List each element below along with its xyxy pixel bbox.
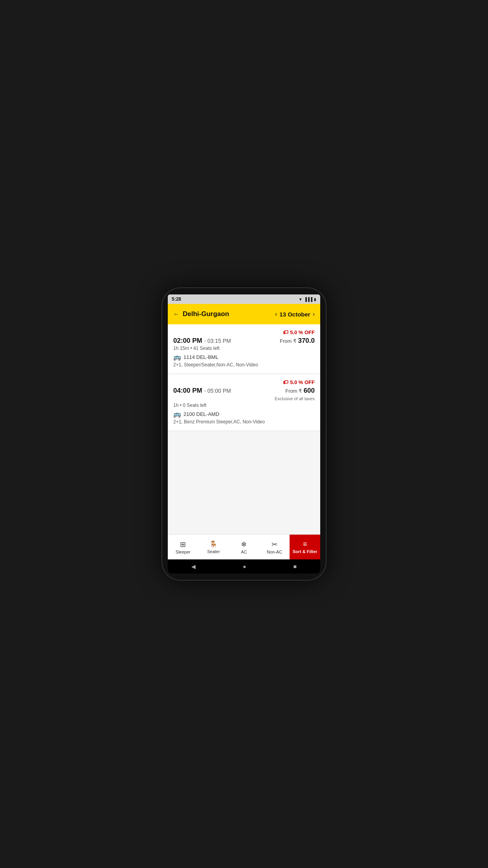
seats-1: 0 Seats left (183, 403, 206, 408)
discount-badge-0: 🏷 5.0 % OFF (283, 329, 315, 335)
time-price-row-1: 04:00 PM - 05:00 PM From ₹ 600 Exclusive… (173, 387, 315, 402)
bus-number-row-1: 🚌 2100 DEL-AMD (173, 410, 315, 418)
sort-filter-label: Sort & Filter (293, 549, 317, 554)
sleeper-icon: ⊞ (180, 540, 186, 549)
android-recents-button[interactable]: ■ (294, 563, 297, 570)
nonac-icon: ✂ (272, 540, 277, 549)
next-date-button[interactable]: › (313, 311, 315, 318)
status-time: 5:28 (172, 296, 181, 302)
price-amount-0: 370.0 (298, 337, 315, 344)
seats-0: 41 Seats left (193, 346, 220, 351)
duration-seats-1: 1h • 0 Seats left (173, 403, 315, 408)
price-from-0: From ₹ (280, 338, 296, 344)
arrival-separator-0: - (204, 338, 207, 344)
arrival-separator-1: - (204, 388, 207, 394)
discount-text-1: 5.0 % OFF (290, 379, 315, 385)
bus-type-0: 2+1, Sleeper/Seater,Non-AC, Non-Video (173, 362, 315, 368)
discount-badge-1: 🏷 5.0 % OFF (283, 379, 315, 385)
header-left: ← Delhi-Gurgaon (173, 310, 229, 318)
seater-icon: 🪑 (209, 540, 218, 548)
status-bar: 5:28 ▼ ▐▐▐ ▮ (168, 294, 320, 304)
time-block-1: 04:00 PM - 05:00 PM (173, 387, 231, 395)
nav-sort-filter[interactable]: ≡ Sort & Filter (290, 535, 320, 559)
price-block-1: From ₹ 600 Exclusive of all taxes (275, 387, 315, 402)
nav-ac[interactable]: ❄ AC (229, 535, 259, 559)
dot-separator-0: • (190, 346, 193, 351)
bus-icon-1: 🚌 (173, 410, 181, 418)
nav-nonac[interactable]: ✂ Non-AC (259, 535, 290, 559)
tag-icon-0: 🏷 (283, 329, 288, 335)
header-right: ‹ 13 October › (275, 311, 315, 318)
android-back-button[interactable]: ◀ (191, 563, 196, 570)
bus-number-1: 2100 DEL-AMD (183, 411, 219, 417)
back-button[interactable]: ← (173, 311, 180, 318)
departure-time-0: 02:00 PM (173, 337, 202, 344)
sleeper-label: Sleeper (176, 550, 191, 554)
current-date: 13 October (279, 311, 310, 318)
bottom-nav: ⊞ Sleeper 🪑 Seater ❄ AC ✂ Non-AC ≡ Sort … (168, 534, 320, 559)
route-title: Delhi-Gurgaon (183, 310, 229, 318)
duration-seats-0: 1h 15m • 41 Seats left (173, 346, 315, 351)
price-amount-1: 600 (304, 387, 315, 394)
price-tax-1: Exclusive of all taxes (275, 396, 315, 401)
seater-label: Seater (207, 549, 220, 554)
wifi-icon: ▼ (299, 297, 303, 302)
ac-label: AC (241, 550, 247, 554)
android-home-button[interactable]: ● (243, 563, 246, 570)
time-block-0: 02:00 PM - 03:15 PM (173, 337, 231, 345)
tag-icon-1: 🏷 (283, 379, 288, 385)
discount-row-0: 🏷 5.0 % OFF (173, 329, 315, 335)
time-price-row-0: 02:00 PM - 03:15 PM From ₹ 370.0 (173, 337, 315, 345)
bus-list: 🏷 5.0 % OFF 02:00 PM - 03:15 PM From ₹ 3… (168, 324, 320, 534)
bus-type-1: 2+1, Benz Premium Sleeper,AC, Non-Video (173, 419, 315, 425)
app-header: ← Delhi-Gurgaon ‹ 13 October › (168, 304, 320, 324)
phone-shell: 5:28 ▼ ▐▐▐ ▮ ← Delhi-Gurgaon ‹ 13 Octobe… (161, 287, 327, 581)
battery-icon: ▮ (314, 297, 316, 302)
bus-card-0[interactable]: 🏷 5.0 % OFF 02:00 PM - 03:15 PM From ₹ 3… (168, 324, 320, 373)
departure-time-1: 04:00 PM (173, 387, 202, 394)
arrival-time-1: 05:00 PM (207, 388, 231, 394)
prev-date-button[interactable]: ‹ (275, 311, 277, 318)
arrival-time-0: 03:15 PM (207, 338, 231, 344)
bus-number-row-0: 🚌 1114 DEL-BML (173, 353, 315, 361)
duration-1: 1h (173, 403, 178, 408)
nonac-label: Non-AC (267, 550, 282, 554)
empty-area (168, 431, 320, 534)
discount-row-1: 🏷 5.0 % OFF (173, 379, 315, 385)
nav-seater[interactable]: 🪑 Seater (198, 535, 229, 559)
phone-screen: 5:28 ▼ ▐▐▐ ▮ ← Delhi-Gurgaon ‹ 13 Octobe… (168, 294, 320, 574)
price-block-0: From ₹ 370.0 (280, 337, 315, 345)
sort-filter-icon: ≡ (303, 540, 307, 548)
price-from-1: From ₹ (285, 388, 302, 394)
bus-card-1[interactable]: 🏷 5.0 % OFF 04:00 PM - 05:00 PM From ₹ 6… (168, 374, 320, 430)
android-nav: ◀ ● ■ (168, 559, 320, 574)
bus-icon-0: 🚌 (173, 353, 181, 361)
bus-number-0: 1114 DEL-BML (183, 354, 218, 360)
signal-icon: ▐▐▐ (304, 297, 312, 302)
status-icons: ▼ ▐▐▐ ▮ (299, 297, 316, 302)
discount-text-0: 5.0 % OFF (290, 329, 315, 335)
ac-icon: ❄ (241, 540, 247, 549)
nav-sleeper[interactable]: ⊞ Sleeper (168, 535, 198, 559)
duration-0: 1h 15m (173, 346, 189, 351)
